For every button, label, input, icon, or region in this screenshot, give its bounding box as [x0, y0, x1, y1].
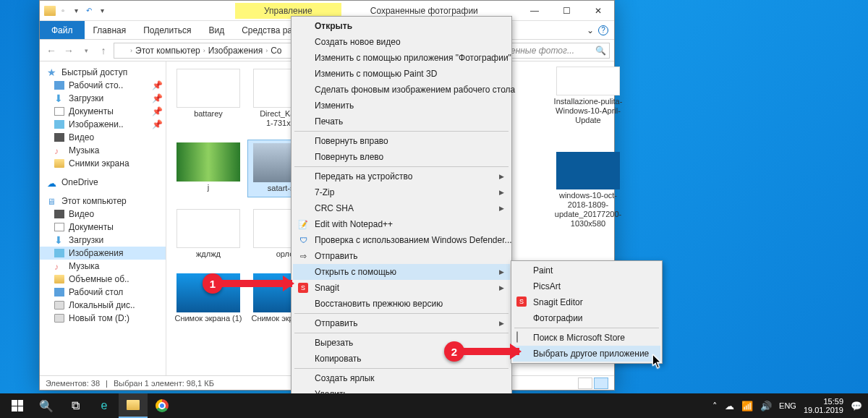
- ribbon-view[interactable]: Вид: [200, 21, 233, 39]
- nav-recent[interactable]: ▾: [79, 43, 93, 58]
- qat-dropdown[interactable]: ▾: [96, 5, 108, 17]
- ctx-7zip[interactable]: 7-Zip▶: [293, 184, 510, 200]
- nav-tree[interactable]: ★Быстрый доступ Рабочий сто..📌 ⬇Загрузки…: [40, 61, 166, 377]
- tree-music[interactable]: ♪Музыка: [40, 144, 166, 157]
- tray-language[interactable]: ENG: [779, 401, 796, 410]
- ctx-set-wallpaper[interactable]: Сделать фоновым изображением рабочего ст…: [293, 82, 510, 98]
- annotation-1: 1: [203, 273, 223, 294]
- qat-undo[interactable]: ↶: [83, 5, 95, 17]
- nav-back[interactable]: ←: [44, 43, 59, 58]
- ctx-sendto[interactable]: Отправить▶: [293, 315, 510, 331]
- tray-onedrive-icon[interactable]: ☁: [725, 401, 734, 411]
- ctx-share[interactable]: ⇨Отправить: [293, 248, 510, 264]
- tray-volume-icon[interactable]: 🔊: [760, 401, 772, 411]
- help-icon[interactable]: ?: [598, 25, 608, 35]
- tree-pc-downloads[interactable]: ⬇Загрузки: [40, 234, 166, 247]
- system-tray: ˄ ☁ 📶 🔊 ENG 15:59 19.01.2019 💬: [712, 397, 865, 414]
- tree-pc-videos[interactable]: Видео: [40, 208, 166, 221]
- tree-downloads[interactable]: ⬇Загрузки📌: [40, 92, 166, 105]
- tree-desktop[interactable]: Рабочий сто..📌: [40, 79, 166, 92]
- file-thumb[interactable]: windows-10-oct-2018-1809-update_20177200…: [548, 149, 628, 232]
- breadcrumb-seg[interactable]: Этот компьютер: [135, 46, 200, 56]
- ctx-edit-photos[interactable]: Изменить с помощью приложения "Фотографи…: [293, 50, 510, 66]
- taskbar-chrome[interactable]: [148, 393, 176, 418]
- ctx-crcsha[interactable]: CRC SHA▶: [293, 200, 510, 216]
- cursor-icon: [652, 354, 663, 369]
- task-view-button[interactable]: ⧉: [61, 393, 90, 418]
- sub-snagit-editor[interactable]: SSnagit Editor: [513, 294, 660, 310]
- notepad-icon: 📝: [297, 218, 309, 230]
- ctx-shortcut[interactable]: Создать ярлык: [293, 370, 510, 386]
- sub-choose-another[interactable]: Выбрать другое приложение: [513, 346, 660, 362]
- chevron-down-icon[interactable]: ⌄: [587, 25, 594, 35]
- ribbon-home[interactable]: Главная: [85, 21, 135, 39]
- file-thumb[interactable]: battarey: [171, 66, 246, 131]
- start-button[interactable]: [3, 393, 32, 418]
- sub-ms-store[interactable]: Поиск в Microsoft Store: [513, 330, 660, 346]
- ctx-edit[interactable]: Изменить: [293, 98, 510, 114]
- tray-network-icon[interactable]: 📶: [741, 401, 753, 411]
- search-icon: 🔍: [595, 46, 606, 56]
- ctx-snagit[interactable]: SSnagit▶: [293, 280, 510, 296]
- share-icon: ⇨: [297, 250, 309, 262]
- ctx-open[interactable]: Открыть: [293, 18, 510, 34]
- nav-up[interactable]: ↑: [96, 43, 111, 58]
- close-button[interactable]: ✕: [582, 1, 614, 21]
- tree-pc-desktop[interactable]: Рабочий стол: [40, 286, 166, 299]
- tree-videos[interactable]: Видео: [40, 131, 166, 144]
- window-title: Сохраненные фотографии: [370, 6, 519, 16]
- chrome-icon: [156, 399, 169, 412]
- breadcrumb-seg[interactable]: Изображения: [208, 46, 263, 56]
- ctx-defender[interactable]: 🛡Проверка с использованием Windows Defen…: [293, 232, 510, 248]
- tree-screenshots[interactable]: Снимки экрана: [40, 157, 166, 170]
- ctx-rotate-left[interactable]: Повернуть влево: [293, 149, 510, 165]
- tree-pc-documents[interactable]: Документы: [40, 221, 166, 234]
- shield-icon: 🛡: [297, 234, 309, 246]
- tree-pc-3d[interactable]: Объемные об..: [40, 273, 166, 286]
- window-controls: — ☐ ✕: [519, 1, 614, 21]
- ribbon-file[interactable]: Файл: [40, 21, 85, 39]
- tree-pictures[interactable]: Изображени..📌: [40, 118, 166, 131]
- file-thumb[interactable]: j: [171, 140, 246, 197]
- nav-forward[interactable]: →: [61, 43, 76, 58]
- ctx-edit-paint3d[interactable]: Изменить с помощью Paint 3D: [293, 66, 510, 82]
- ctx-restore[interactable]: Восстановить прежнюю версию: [293, 296, 510, 312]
- qat-btn[interactable]: ▫: [57, 5, 69, 17]
- tree-pc-pictures[interactable]: Изображения: [40, 247, 166, 260]
- sub-photos[interactable]: Фотографии: [513, 310, 660, 326]
- sub-paint[interactable]: Paint: [513, 263, 660, 278]
- ctx-open-with[interactable]: Открыть с помощью▶: [293, 264, 510, 280]
- tree-onedrive[interactable]: ☁OneDrive: [40, 176, 166, 189]
- file-thumb[interactable]: ждлжд: [171, 206, 246, 262]
- search-button[interactable]: 🔍: [32, 393, 61, 418]
- sub-picsart[interactable]: PicsArt: [513, 278, 660, 294]
- maximize-button[interactable]: ☐: [550, 1, 582, 21]
- minimize-button[interactable]: —: [519, 1, 550, 21]
- view-thumbs[interactable]: [594, 378, 608, 389]
- tree-pc-localdisk[interactable]: Локальный дис..: [40, 299, 166, 312]
- ctx-new-video[interactable]: Создать новое видео: [293, 34, 510, 50]
- taskbar-explorer[interactable]: [119, 393, 148, 418]
- qat-btn[interactable]: ▾: [70, 5, 82, 17]
- view-details[interactable]: [578, 378, 592, 389]
- tray-notifications-icon[interactable]: 💬: [851, 401, 862, 411]
- annotation-2: 2: [444, 341, 464, 362]
- ctx-notepad[interactable]: 📝Edit with Notepad++: [293, 216, 510, 232]
- tree-quick-access[interactable]: ★Быстрый доступ: [40, 66, 166, 79]
- tree-pc-newvol[interactable]: Новый том (D:): [40, 312, 166, 325]
- photos-icon: [516, 312, 528, 324]
- tree-documents[interactable]: Документы📌: [40, 105, 166, 118]
- tray-clock[interactable]: 15:59 19.01.2019: [804, 397, 843, 414]
- folder-icon: [44, 6, 56, 16]
- ribbon-share[interactable]: Поделиться: [135, 21, 200, 39]
- breadcrumb-seg[interactable]: Со: [271, 46, 281, 56]
- tree-pc-music[interactable]: ♪Музыка: [40, 260, 166, 273]
- tray-chevron-up-icon[interactable]: ˄: [712, 401, 718, 411]
- taskbar-edge[interactable]: e: [90, 393, 119, 418]
- tree-this-pc[interactable]: 🖥Этот компьютер: [40, 195, 166, 208]
- ctx-cast[interactable]: Передать на устройство▶: [293, 169, 510, 184]
- file-thumb[interactable]: Installazione-pulita-Windows-10-April-Up…: [548, 64, 628, 129]
- ctx-rotate-right[interactable]: Повернуть вправо: [293, 133, 510, 149]
- status-selection: Выбран 1 элемент: 98,1 КБ: [114, 379, 214, 388]
- ctx-print[interactable]: Печать: [293, 114, 510, 129]
